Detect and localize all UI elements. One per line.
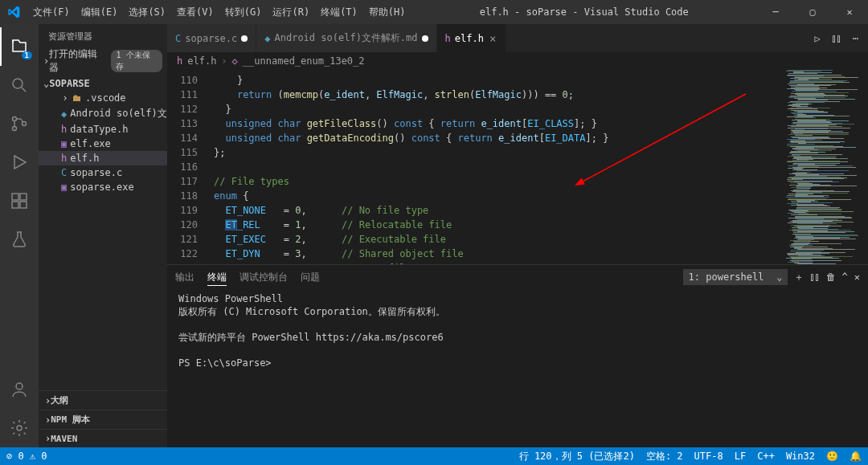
new-terminal-icon[interactable]: ＋ — [794, 271, 804, 284]
explorer-icon[interactable]: 1 — [0, 27, 39, 66]
gear-icon[interactable] — [0, 409, 39, 447]
status-item[interactable]: Win32 — [786, 451, 815, 462]
tree-item[interactable]: ▣elf.exe — [39, 137, 167, 151]
panel-tab[interactable]: 终端 — [207, 271, 227, 286]
more-icon[interactable]: ⋯ — [853, 33, 858, 44]
panel-tab[interactable]: 输出 — [175, 271, 194, 286]
panel-tab[interactable]: 调试控制台 — [240, 271, 288, 286]
file-icon: ◆ — [61, 108, 67, 120]
editor-tabs: Csoparse.c◆Android so(elf)文件解析.mdhelf.h× — [167, 24, 805, 52]
breadcrumb[interactable]: helf.h› ◇__unnamed_enum_13e0_2 — [167, 52, 868, 70]
activity-bar: 1 — [0, 24, 39, 447]
minimap[interactable] — [783, 70, 868, 264]
menu-item[interactable]: 编辑(E) — [76, 0, 124, 24]
tree-item[interactable]: ›🖿.vscode — [39, 91, 167, 105]
editor-tab[interactable]: Csoparse.c — [167, 24, 256, 52]
tree-item[interactable]: ▣soparse.exe — [39, 180, 167, 194]
status-item[interactable]: 🔔 — [850, 451, 862, 462]
status-item[interactable]: UTF-8 — [694, 451, 723, 462]
menu-item[interactable]: 转到(G) — [219, 0, 268, 24]
file-icon: C — [175, 33, 181, 44]
svg-rect-7 — [20, 194, 27, 200]
terminal-selector[interactable]: 1: powershell⌄ — [683, 269, 788, 285]
editor[interactable]: 110 111 112 113 114 115 116 117 118 119 … — [167, 70, 868, 264]
menu-item[interactable]: 运行(R) — [267, 0, 315, 24]
panel-tab[interactable]: 问题 — [301, 271, 320, 286]
close-button[interactable]: ✕ — [831, 0, 868, 24]
status-bar: ⊘ 0 ⚠ 0 行 120，列 5 (已选择2)空格: 2UTF-8LFC++W… — [0, 447, 868, 465]
sidebar-section[interactable]: › NPM 脚本 — [39, 410, 167, 429]
status-problems[interactable]: ⊘ 0 ⚠ 0 — [6, 451, 47, 462]
tree-item[interactable]: hdataType.h — [39, 122, 167, 137]
testing-icon[interactable] — [0, 220, 39, 259]
extensions-icon[interactable] — [0, 182, 39, 220]
status-item[interactable]: C++ — [757, 451, 775, 462]
modified-dot — [241, 35, 248, 42]
svg-point-2 — [13, 127, 17, 131]
menu-item[interactable]: 文件(F) — [27, 0, 76, 24]
minimize-button[interactable]: ─ — [757, 0, 794, 24]
accounts-icon[interactable] — [0, 370, 39, 409]
file-icon: ▣ — [61, 138, 67, 149]
status-item[interactable]: LF — [735, 451, 746, 462]
code-content[interactable]: } return (memcmp(e_ident, ElfMagic, strl… — [214, 70, 780, 264]
svg-rect-4 — [12, 194, 18, 200]
file-icon: h — [61, 153, 67, 164]
run-icon[interactable]: ▷ — [815, 33, 821, 44]
sidebar-section[interactable]: › 大纲 — [39, 390, 167, 410]
window-title: elf.h - soParse - Visual Studio Code — [411, 6, 758, 18]
close-panel-icon[interactable]: ✕ — [854, 271, 860, 283]
sidebar-section[interactable]: › MAVEN — [39, 429, 167, 447]
file-tree: ›🖿.vscode◆Android so(elf)文件解析.mdhdataTyp… — [39, 91, 167, 390]
terminal-body[interactable]: Windows PowerShell 版权所有 (C) Microsoft Co… — [167, 289, 868, 447]
explorer-sidebar: 资源管理器 ›打开的编辑器1 个未保存 ⌄SOPARSE ›🖿.vscode◆A… — [39, 24, 167, 447]
svg-rect-5 — [12, 202, 18, 208]
file-icon: h — [61, 124, 67, 135]
vscode-logo — [0, 6, 27, 18]
tree-item[interactable]: ◆Android so(elf)文件解析.md — [39, 105, 167, 122]
sidebar-title: 资源管理器 — [39, 24, 167, 46]
panel: 输出终端调试控制台问题 1: powershell⌄ ＋ ⫿⫿ 🗑 ^ ✕ Wi… — [167, 264, 868, 447]
svg-point-3 — [23, 122, 27, 126]
modified-dot — [422, 35, 428, 42]
menu-item[interactable]: 帮助(H) — [363, 0, 411, 24]
source-control-icon[interactable] — [0, 104, 39, 143]
maximize-button[interactable]: ▢ — [794, 0, 831, 24]
menu-item[interactable]: 选择(S) — [123, 0, 171, 24]
split-editor-icon[interactable]: ⫿⫿ — [832, 33, 841, 44]
open-editors-header[interactable]: ›打开的编辑器1 个未保存 — [39, 46, 167, 76]
file-icon: 🖿 — [72, 92, 82, 104]
title-bar: 文件(F)编辑(E)选择(S)查看(V)转到(G)运行(R)终端(T)帮助(H)… — [0, 0, 868, 24]
svg-point-8 — [16, 383, 23, 390]
panel-tabs: 输出终端调试控制台问题 1: powershell⌄ ＋ ⫿⫿ 🗑 ^ ✕ — [167, 265, 868, 289]
file-icon: ◆ — [264, 33, 270, 44]
maximize-panel-icon[interactable]: ^ — [842, 271, 848, 283]
search-icon[interactable] — [0, 66, 39, 104]
close-tab-icon[interactable]: × — [488, 32, 497, 45]
editor-tab[interactable]: helf.h× — [437, 24, 507, 52]
status-item[interactable]: 🙂 — [826, 451, 838, 462]
svg-point-0 — [13, 79, 23, 88]
file-icon: C — [61, 167, 67, 178]
menu-bar: 文件(F)编辑(E)选择(S)查看(V)转到(G)运行(R)终端(T)帮助(H) — [27, 0, 411, 24]
svg-point-1 — [13, 117, 17, 121]
menu-item[interactable]: 查看(V) — [171, 0, 219, 24]
file-icon: h — [445, 33, 451, 44]
tree-item[interactable]: Csoparse.c — [39, 165, 167, 180]
status-item[interactable]: 空格: 2 — [646, 450, 683, 463]
file-icon: ▣ — [61, 182, 67, 193]
tree-item[interactable]: helf.h — [39, 151, 167, 165]
kill-terminal-icon[interactable]: 🗑 — [826, 271, 836, 283]
run-debug-icon[interactable] — [0, 143, 39, 182]
svg-rect-6 — [20, 202, 27, 208]
svg-point-9 — [17, 426, 22, 430]
menu-item[interactable]: 终端(T) — [315, 0, 363, 24]
project-header[interactable]: ⌄SOPARSE — [39, 76, 167, 91]
line-numbers: 110 111 112 113 114 115 116 117 118 119 … — [167, 70, 212, 264]
editor-tab[interactable]: ◆Android so(elf)文件解析.md — [256, 24, 436, 52]
split-terminal-icon[interactable]: ⫿⫿ — [810, 271, 820, 283]
status-item[interactable]: 行 120，列 5 (已选择2) — [519, 450, 635, 463]
